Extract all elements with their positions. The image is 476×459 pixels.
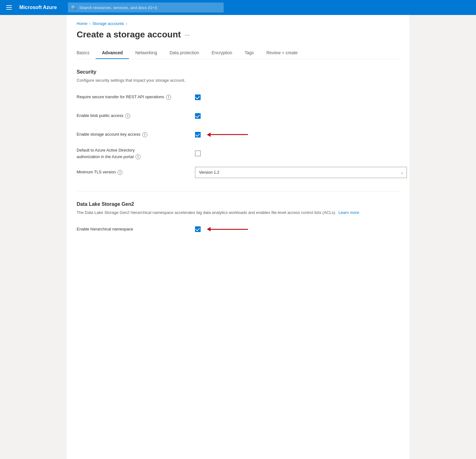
tab-encryption[interactable]: Encryption bbox=[205, 47, 238, 59]
secure-transfer-label-group: Require secure transfer for REST API ope… bbox=[77, 94, 183, 100]
aad-default-label-line2: authorization in the Azure portal bbox=[77, 154, 134, 160]
tab-review-create[interactable]: Review + create bbox=[260, 47, 304, 59]
tab-networking[interactable]: Networking bbox=[129, 47, 163, 59]
tls-version-select[interactable]: Version 1.0 Version 1.1 Version 1.2 bbox=[195, 167, 407, 178]
breadcrumb-separator-1: › bbox=[89, 22, 91, 26]
arrow-line bbox=[211, 134, 248, 135]
page-more-button[interactable]: ··· bbox=[185, 31, 190, 38]
aad-default-label: Default to Azure Active Directory author… bbox=[77, 147, 140, 160]
hierarchical-namespace-arrow bbox=[207, 227, 248, 231]
blob-public-access-info-icon[interactable]: i bbox=[125, 114, 130, 118]
secure-transfer-info-icon[interactable]: i bbox=[166, 95, 171, 100]
secure-transfer-control bbox=[195, 94, 201, 100]
storage-account-key-label: Enable storage account key access bbox=[77, 132, 140, 137]
security-section: Security Configure security settings tha… bbox=[77, 69, 399, 179]
data-lake-section-title: Data Lake Storage Gen2 bbox=[77, 201, 399, 207]
data-lake-desc-text: The Data Lake Storage Gen2 hierarchical … bbox=[77, 210, 336, 215]
security-section-title: Security bbox=[77, 69, 399, 75]
arrow-head-icon bbox=[207, 133, 211, 137]
blob-public-access-checkbox[interactable] bbox=[195, 113, 201, 119]
storage-account-key-checkbox[interactable] bbox=[195, 132, 201, 138]
setting-row-storage-account-key: Enable storage account key access i bbox=[77, 128, 399, 141]
tab-bar: Basics Advanced Networking Data protecti… bbox=[77, 47, 399, 59]
tab-data-protection[interactable]: Data protection bbox=[163, 47, 205, 59]
search-input[interactable] bbox=[68, 2, 224, 12]
storage-account-key-label-group: Enable storage account key access i bbox=[77, 132, 183, 137]
hierarchical-namespace-label: Enable hierarchical namespace bbox=[77, 226, 133, 232]
breadcrumb-storage-accounts[interactable]: Storage accounts bbox=[93, 21, 124, 26]
hierarchical-namespace-label-group: Enable hierarchical namespace bbox=[77, 226, 183, 232]
data-lake-learn-more-link[interactable]: Learn more bbox=[338, 210, 359, 215]
setting-row-aad-default: Default to Azure Active Directory author… bbox=[77, 147, 399, 160]
tls-dropdown-wrapper: Version 1.0 Version 1.1 Version 1.2 ⌄ bbox=[195, 167, 407, 178]
secure-transfer-label: Require secure transfer for REST API ope… bbox=[77, 94, 164, 100]
blob-public-access-label: Enable blob public access bbox=[77, 113, 123, 118]
hierarchical-namespace-control bbox=[195, 226, 248, 232]
aad-default-info-icon[interactable]: i bbox=[136, 154, 140, 159]
hamburger-menu-button[interactable] bbox=[5, 4, 13, 11]
arrow-head-icon-2 bbox=[207, 227, 211, 231]
breadcrumb-separator-2: › bbox=[126, 22, 127, 26]
aad-default-control bbox=[195, 151, 201, 156]
tls-control: Version 1.0 Version 1.1 Version 1.2 ⌄ bbox=[195, 167, 407, 178]
storage-account-key-arrow bbox=[207, 133, 248, 137]
tls-label-group: Minimum TLS version i bbox=[77, 169, 183, 175]
hierarchical-namespace-checkbox[interactable] bbox=[195, 226, 201, 232]
tab-basics[interactable]: Basics bbox=[77, 47, 96, 59]
top-navigation-bar: Microsoft Azure 🔍 bbox=[0, 0, 476, 15]
tls-label: Minimum TLS version bbox=[77, 169, 116, 175]
data-lake-section-description: The Data Lake Storage Gen2 hierarchical … bbox=[77, 210, 399, 216]
blob-public-access-label-group: Enable blob public access i bbox=[77, 113, 183, 118]
setting-row-hierarchical-namespace: Enable hierarchical namespace bbox=[77, 223, 399, 235]
breadcrumb: Home › Storage accounts › bbox=[77, 21, 399, 26]
arrow-line-2 bbox=[211, 229, 248, 230]
tab-advanced[interactable]: Advanced bbox=[96, 47, 129, 59]
azure-logo: Microsoft Azure bbox=[19, 5, 57, 10]
data-lake-section: Data Lake Storage Gen2 The Data Lake Sto… bbox=[77, 201, 399, 236]
page-title: Create a storage account bbox=[77, 30, 181, 40]
tab-tags[interactable]: Tags bbox=[238, 47, 260, 59]
storage-account-key-control bbox=[195, 132, 248, 138]
setting-row-tls: Minimum TLS version i Version 1.0 Versio… bbox=[77, 166, 399, 179]
aad-default-label-line1: Default to Azure Active Directory bbox=[77, 147, 140, 153]
aad-default-label-group: Default to Azure Active Directory author… bbox=[77, 147, 183, 160]
secure-transfer-checkbox[interactable] bbox=[195, 94, 201, 100]
storage-account-key-info-icon[interactable]: i bbox=[142, 132, 147, 137]
page-title-row: Create a storage account ··· bbox=[77, 30, 399, 40]
main-content: Home › Storage accounts › Create a stora… bbox=[67, 15, 409, 459]
blob-public-access-control bbox=[195, 113, 201, 119]
aad-default-checkbox[interactable] bbox=[195, 151, 201, 156]
security-section-description: Configure security settings that impact … bbox=[77, 77, 399, 84]
setting-row-blob-public-access: Enable blob public access i bbox=[77, 110, 399, 122]
setting-row-secure-transfer: Require secure transfer for REST API ope… bbox=[77, 91, 399, 104]
section-divider bbox=[77, 191, 399, 191]
breadcrumb-home[interactable]: Home bbox=[77, 21, 88, 26]
tls-info-icon[interactable]: i bbox=[117, 170, 122, 175]
search-icon: 🔍 bbox=[71, 5, 76, 10]
search-wrapper: 🔍 bbox=[68, 2, 224, 12]
